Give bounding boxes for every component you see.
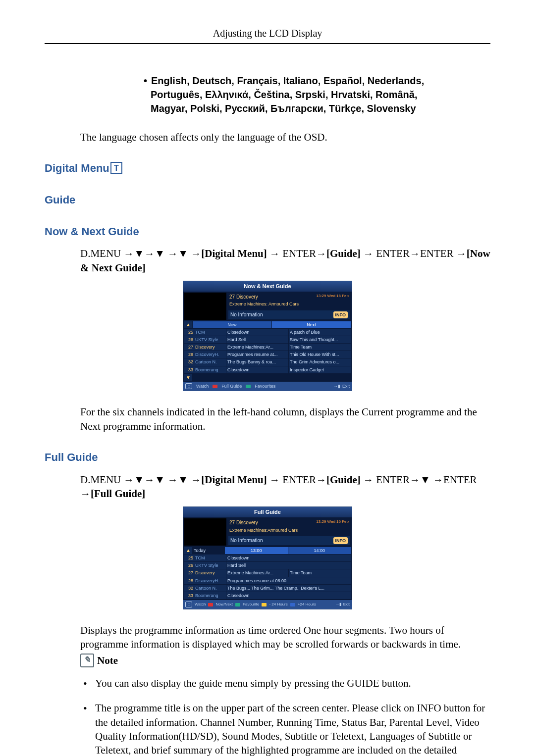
prog-cell: Closedown [226, 554, 351, 561]
channel-name: DiscoveryH. [194, 577, 226, 584]
channel-name: Boomerang [194, 366, 226, 373]
full-guide-heading: Full Guide [45, 450, 490, 465]
channel-number: 25 [184, 554, 194, 561]
channel-number: 33 [184, 366, 194, 373]
up-arrow-icon[interactable]: ▲ [184, 321, 192, 328]
legend-plus24: +24 Hours [298, 602, 316, 607]
channel-label: 27 Discovery [229, 520, 258, 525]
legend-nownext: Now/Next [215, 602, 233, 607]
digital-menu-heading: Digital MenuT [45, 161, 490, 176]
datetime-label: 13:29 Wed 16 Feb [316, 519, 349, 525]
table-row[interactable]: 27DiscoveryExtreme Machines:Ar...Time Te… [184, 569, 351, 576]
no-info-label: No Information [230, 311, 263, 318]
legend-fav: Favourite [243, 602, 259, 607]
channel-name: Boomerang [194, 592, 226, 599]
blue-swatch-icon [290, 603, 295, 606]
green-swatch-icon [235, 603, 240, 606]
guide-heading: Guide [45, 193, 490, 207]
table-row[interactable]: 26UKTV StyleHard SellSaw This and Though… [184, 336, 351, 343]
now-next-rows: 25TCMClosedownA patch of Blue26UKTV Styl… [183, 329, 352, 374]
now-cell: The Bugs Bunny & roa... [226, 358, 288, 365]
table-row[interactable]: 25TCMClosedownA patch of Blue [184, 329, 351, 336]
channel-name: Cartoon N. [194, 358, 226, 365]
table-row[interactable]: 28DiscoveryH.Programmes resume at 06:00 [184, 577, 351, 584]
legend-fav: Favourites [255, 383, 275, 389]
table-row[interactable]: 25TCMClosedown [184, 554, 351, 561]
page-header: Adjusting the LCD Display [45, 27, 490, 44]
time-1400: 14:00 [288, 547, 351, 554]
bullet-icon: • [144, 75, 147, 86]
prog-cell: Time Team [288, 569, 351, 576]
next-cell: This Old House With st... [288, 351, 351, 358]
prog-cell: The Bugs... The Grim... The Cramp.. Dext… [226, 585, 351, 592]
programme-label: Extreme Machines:Armoured Cars [227, 527, 351, 535]
notes-list: You can also display the guide menu simp… [80, 676, 490, 756]
legend-full: Full Guide [221, 383, 242, 389]
table-row[interactable]: 32Cartoon N.The Bugs Bunny & roa...The G… [184, 358, 351, 365]
now-cell: Extreme Machines:Ar... [226, 344, 288, 351]
list-item: You can also display the guide menu simp… [80, 676, 490, 690]
full-guide-rows: 25TCMClosedown26UKTV StyleHard Sell27Dis… [183, 554, 352, 600]
table-row[interactable]: 33BoomerangClosedownInspector Gadget [184, 366, 351, 373]
datetime-label: 13:29 Wed 16 Feb [316, 294, 349, 299]
prog-cell: Programmes resume at 06:00 [226, 577, 351, 584]
now-column-header: Now [193, 321, 271, 328]
info-button[interactable]: INFO [333, 537, 348, 544]
channel-number: 26 [184, 336, 194, 343]
next-column-header: Next [272, 321, 351, 328]
channel-number: 27 [184, 569, 194, 576]
exit-arrow-icon: →▮ [333, 383, 340, 389]
lang-line-2: Português, Ελληνικά, Čeština, Srpski, Hr… [151, 89, 418, 100]
info-button[interactable]: INFO [333, 311, 348, 318]
next-cell: Time Team [288, 344, 351, 351]
ok-icon: □ [185, 383, 192, 389]
full-guide-screenshot: Full Guide 27 Discovery13:29 Wed 16 Feb … [183, 506, 352, 609]
channel-number: 27 [184, 344, 194, 351]
preview-thumbnail [184, 518, 226, 546]
exit-arrow-icon: →▮ [335, 602, 341, 607]
full-guide-description: Displays the programme information as ti… [80, 623, 490, 652]
down-arrow-icon[interactable]: ▼ [184, 374, 192, 381]
full-guide-path: D.MENU →▼→▼ →▼ →[Digital Menu] → ENTER→[… [80, 473, 490, 501]
next-cell: A patch of Blue [288, 329, 351, 336]
table-row[interactable]: 32Cartoon N.The Bugs... The Grim... The … [184, 585, 351, 592]
list-item: The programme title is on the upper part… [80, 701, 490, 756]
green-swatch-icon [246, 385, 251, 388]
legend-watch: Watch [195, 602, 206, 607]
channel-name: UKTV Style [194, 336, 226, 343]
next-cell: The Grim Adventures o... [288, 358, 351, 365]
channel-name: Discovery [194, 569, 226, 576]
channel-name: Cartoon N. [194, 585, 226, 592]
now-cell: Closedown [226, 329, 288, 336]
now-next-description: For the six channels indicated in the le… [80, 405, 490, 433]
channel-number: 32 [184, 358, 194, 365]
ok-icon: □ [185, 602, 192, 607]
legend-minus24: - 24 Hours [269, 602, 287, 607]
channel-number: 32 [184, 585, 194, 592]
languages-list: •English, Deutsch, Français, Italiano, E… [144, 74, 490, 115]
up-arrow-icon[interactable]: ▲ [184, 547, 192, 554]
channel-number: 28 [184, 577, 194, 584]
prog-cell: Closedown [226, 592, 351, 599]
note-icon: ✎ [80, 654, 94, 667]
lang-line-1: English, Deutsch, Français, Italiano, Es… [151, 75, 424, 86]
time-1300: 13:00 [225, 547, 288, 554]
red-swatch-icon [208, 603, 213, 606]
table-row[interactable]: 27DiscoveryExtreme Machines:Ar...Time Te… [184, 344, 351, 351]
guide-title: Full Guide [183, 507, 352, 517]
channel-name: TCM [194, 329, 226, 336]
channel-name: DiscoveryH. [194, 351, 226, 358]
today-label: Today [193, 547, 224, 554]
guide-title: Now & Next Guide [183, 281, 352, 292]
t-badge-icon: T [110, 162, 122, 174]
table-row[interactable]: 33BoomerangClosedown [184, 592, 351, 599]
channel-number: 33 [184, 592, 194, 599]
red-swatch-icon [213, 385, 217, 388]
note-heading: ✎ Note [80, 654, 490, 667]
language-note: The language chosen affects only the lan… [80, 130, 490, 144]
now-next-path: D.MENU →▼→▼ →▼ →[Digital Menu] → ENTER→[… [80, 247, 490, 275]
channel-name: TCM [194, 554, 226, 561]
table-row[interactable]: 26UKTV StyleHard Sell [184, 562, 351, 569]
table-row[interactable]: 28DiscoveryH.Programmes resume at...This… [184, 351, 351, 358]
prog-cell: Extreme Machines:Ar... [226, 569, 288, 576]
